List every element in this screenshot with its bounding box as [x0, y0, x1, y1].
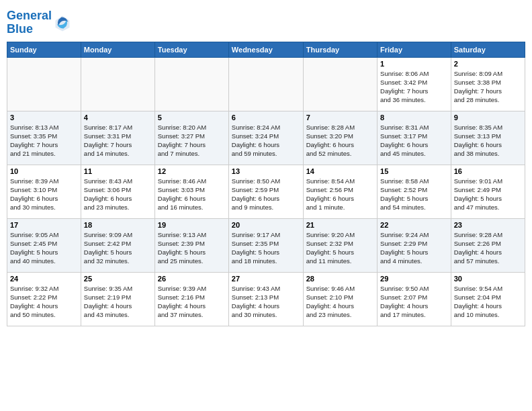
day-number: 5 — [158, 113, 226, 122]
day-number: 9 — [454, 113, 522, 122]
calendar-cell: 4Sunrise: 8:17 AM Sunset: 3:31 PM Daylig… — [81, 111, 154, 165]
calendar-cell: 29Sunrise: 9:50 AM Sunset: 2:07 PM Dayli… — [378, 272, 451, 326]
weekday-header: Monday — [81, 42, 154, 57]
logo: GeneralBlue — [7, 9, 72, 36]
day-number: 20 — [232, 221, 300, 229]
weekday-header: Thursday — [303, 42, 377, 57]
day-number: 24 — [10, 275, 78, 283]
calendar-cell: 2Sunrise: 8:09 AM Sunset: 3:38 PM Daylig… — [451, 57, 525, 111]
calendar-cell: 1Sunrise: 8:06 AM Sunset: 3:42 PM Daylig… — [378, 57, 451, 111]
day-number: 30 — [454, 275, 522, 283]
calendar-cell: 5Sunrise: 8:20 AM Sunset: 3:27 PM Daylig… — [154, 111, 228, 165]
calendar-cell: 21Sunrise: 9:20 AM Sunset: 2:32 PM Dayli… — [303, 218, 377, 272]
calendar-cell: 8Sunrise: 8:31 AM Sunset: 3:17 PM Daylig… — [378, 111, 451, 165]
calendar-cell: 9Sunrise: 8:35 AM Sunset: 3:13 PM Daylig… — [451, 111, 525, 165]
weekday-header: Tuesday — [154, 42, 228, 57]
calendar-cell: 25Sunrise: 9:35 AM Sunset: 2:19 PM Dayli… — [81, 272, 154, 326]
day-info: Sunrise: 9:01 AM Sunset: 2:49 PM Dayligh… — [454, 177, 522, 212]
calendar-cell: 12Sunrise: 8:46 AM Sunset: 3:03 PM Dayli… — [154, 165, 228, 218]
calendar-cell: 18Sunrise: 9:09 AM Sunset: 2:42 PM Dayli… — [81, 218, 154, 272]
calendar-cell: 14Sunrise: 8:54 AM Sunset: 2:56 PM Dayli… — [303, 165, 377, 218]
calendar-cell: 20Sunrise: 9:17 AM Sunset: 2:35 PM Dayli… — [228, 218, 303, 272]
day-info: Sunrise: 8:28 AM Sunset: 3:20 PM Dayligh… — [306, 123, 374, 158]
day-info: Sunrise: 9:20 AM Sunset: 2:32 PM Dayligh… — [306, 230, 374, 266]
day-info: Sunrise: 9:54 AM Sunset: 2:04 PM Dayligh… — [454, 284, 522, 320]
day-info: Sunrise: 8:43 AM Sunset: 3:06 PM Dayligh… — [84, 177, 152, 212]
day-info: Sunrise: 9:43 AM Sunset: 2:13 PM Dayligh… — [232, 284, 300, 320]
calendar-cell: 19Sunrise: 9:13 AM Sunset: 2:39 PM Dayli… — [154, 218, 228, 272]
calendar-cell: 24Sunrise: 9:32 AM Sunset: 2:22 PM Dayli… — [7, 272, 81, 326]
day-number: 23 — [454, 221, 522, 229]
day-number: 13 — [232, 167, 300, 175]
calendar-cell — [154, 57, 228, 111]
day-info: Sunrise: 9:50 AM Sunset: 2:07 PM Dayligh… — [380, 284, 448, 320]
calendar-week-row: 1Sunrise: 8:06 AM Sunset: 3:42 PM Daylig… — [7, 57, 525, 111]
day-number: 25 — [84, 275, 152, 283]
day-info: Sunrise: 9:28 AM Sunset: 2:26 PM Dayligh… — [454, 230, 522, 266]
day-number: 8 — [380, 113, 448, 122]
calendar-header: SundayMondayTuesdayWednesdayThursdayFrid… — [7, 42, 525, 57]
day-number: 27 — [232, 275, 300, 283]
calendar-cell: 7Sunrise: 8:28 AM Sunset: 3:20 PM Daylig… — [303, 111, 377, 165]
calendar-cell — [228, 57, 303, 111]
header: GeneralBlue — [7, 7, 525, 36]
day-number: 26 — [158, 275, 226, 283]
day-info: Sunrise: 9:35 AM Sunset: 2:19 PM Dayligh… — [84, 284, 152, 320]
calendar-cell: 23Sunrise: 9:28 AM Sunset: 2:26 PM Dayli… — [451, 218, 525, 272]
day-number: 22 — [380, 221, 448, 229]
day-number: 29 — [380, 275, 448, 283]
calendar-cell — [303, 57, 377, 111]
day-info: Sunrise: 8:58 AM Sunset: 2:52 PM Dayligh… — [380, 177, 448, 212]
day-info: Sunrise: 8:31 AM Sunset: 3:17 PM Dayligh… — [380, 123, 448, 158]
day-number: 6 — [232, 113, 300, 122]
day-info: Sunrise: 8:35 AM Sunset: 3:13 PM Dayligh… — [454, 123, 522, 158]
day-info: Sunrise: 9:39 AM Sunset: 2:16 PM Dayligh… — [158, 284, 226, 320]
logo-text: GeneralBlue — [7, 9, 52, 36]
day-info: Sunrise: 8:24 AM Sunset: 3:24 PM Dayligh… — [232, 123, 300, 158]
calendar-cell: 16Sunrise: 9:01 AM Sunset: 2:49 PM Dayli… — [451, 165, 525, 218]
day-info: Sunrise: 9:24 AM Sunset: 2:29 PM Dayligh… — [380, 230, 448, 266]
calendar-cell: 17Sunrise: 9:05 AM Sunset: 2:45 PM Dayli… — [7, 218, 81, 272]
day-info: Sunrise: 8:06 AM Sunset: 3:42 PM Dayligh… — [380, 69, 448, 105]
calendar-cell: 10Sunrise: 8:39 AM Sunset: 3:10 PM Dayli… — [7, 165, 81, 218]
day-number: 19 — [158, 221, 226, 229]
day-info: Sunrise: 9:09 AM Sunset: 2:42 PM Dayligh… — [84, 230, 152, 266]
day-info: Sunrise: 8:54 AM Sunset: 2:56 PM Dayligh… — [306, 177, 374, 212]
calendar-cell: 27Sunrise: 9:43 AM Sunset: 2:13 PM Dayli… — [228, 272, 303, 326]
day-info: Sunrise: 8:39 AM Sunset: 3:10 PM Dayligh… — [10, 177, 78, 212]
day-info: Sunrise: 9:13 AM Sunset: 2:39 PM Dayligh… — [158, 230, 226, 266]
logo-icon — [53, 13, 72, 32]
calendar-week-row: 10Sunrise: 8:39 AM Sunset: 3:10 PM Dayli… — [7, 165, 525, 218]
calendar-cell: 15Sunrise: 8:58 AM Sunset: 2:52 PM Dayli… — [378, 165, 451, 218]
calendar-table: SundayMondayTuesdayWednesdayThursdayFrid… — [7, 42, 525, 326]
calendar-cell: 30Sunrise: 9:54 AM Sunset: 2:04 PM Dayli… — [451, 272, 525, 326]
calendar-week-row: 17Sunrise: 9:05 AM Sunset: 2:45 PM Dayli… — [7, 218, 525, 272]
weekday-header: Wednesday — [228, 42, 303, 57]
day-number: 17 — [10, 221, 78, 229]
day-number: 7 — [306, 113, 374, 122]
calendar-cell: 11Sunrise: 8:43 AM Sunset: 3:06 PM Dayli… — [81, 165, 154, 218]
day-info: Sunrise: 8:50 AM Sunset: 2:59 PM Dayligh… — [232, 177, 300, 212]
weekday-header: Friday — [378, 42, 451, 57]
calendar-week-row: 3Sunrise: 8:13 AM Sunset: 3:35 PM Daylig… — [7, 111, 525, 165]
day-info: Sunrise: 9:05 AM Sunset: 2:45 PM Dayligh… — [10, 230, 78, 266]
day-number: 14 — [306, 167, 374, 175]
day-number: 2 — [454, 60, 522, 68]
day-info: Sunrise: 8:20 AM Sunset: 3:27 PM Dayligh… — [158, 123, 226, 158]
day-info: Sunrise: 8:09 AM Sunset: 3:38 PM Dayligh… — [454, 69, 522, 105]
day-info: Sunrise: 9:46 AM Sunset: 2:10 PM Dayligh… — [306, 284, 374, 320]
day-number: 16 — [454, 167, 522, 175]
calendar-cell: 22Sunrise: 9:24 AM Sunset: 2:29 PM Dayli… — [378, 218, 451, 272]
day-number: 1 — [380, 60, 448, 68]
calendar-cell — [81, 57, 154, 111]
day-number: 3 — [10, 113, 78, 122]
day-number: 28 — [306, 275, 374, 283]
day-number: 15 — [380, 167, 448, 175]
day-info: Sunrise: 8:13 AM Sunset: 3:35 PM Dayligh… — [10, 123, 78, 158]
calendar-week-row: 24Sunrise: 9:32 AM Sunset: 2:22 PM Dayli… — [7, 272, 525, 326]
day-number: 21 — [306, 221, 374, 229]
weekday-header: Saturday — [451, 42, 525, 57]
day-number: 11 — [84, 167, 152, 175]
day-number: 4 — [84, 113, 152, 122]
calendar-cell: 26Sunrise: 9:39 AM Sunset: 2:16 PM Dayli… — [154, 272, 228, 326]
